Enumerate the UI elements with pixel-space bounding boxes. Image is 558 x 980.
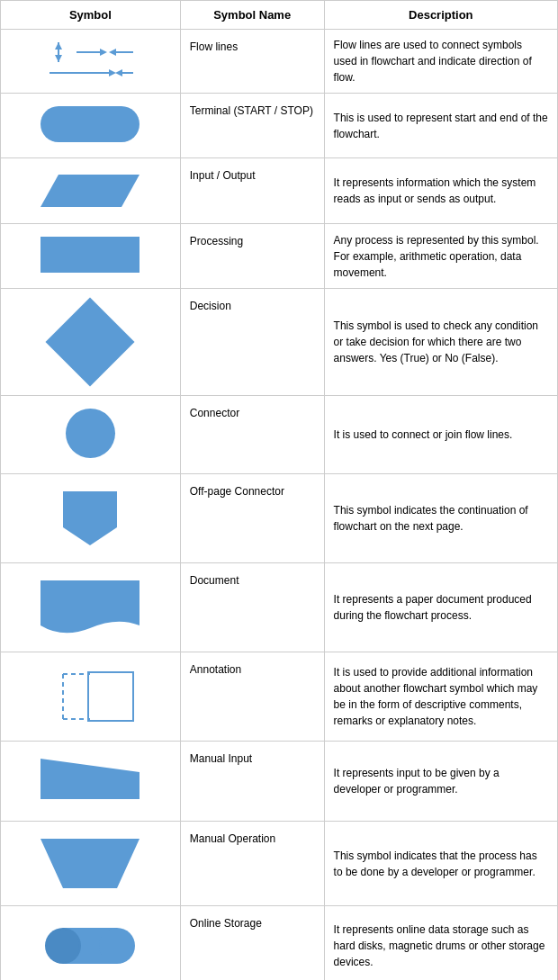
symbol-name-flow-lines: Flow lines	[180, 30, 324, 94]
svg-point-22	[99, 928, 135, 964]
svg-marker-11	[115, 69, 122, 76]
svg-rect-18	[88, 672, 133, 721]
desc-offpage: This symbol indicates the continuation o…	[324, 474, 557, 563]
desc-decision: This symbol is used to check any conditi…	[324, 289, 557, 396]
table-row: Terminal (START / STOP) This is used to …	[1, 94, 558, 158]
symbol-annotation	[1, 652, 181, 742]
col-name-header: Symbol Name	[180, 1, 324, 30]
desc-manual-op: This symbol indicates that the process h…	[324, 822, 557, 906]
desc-terminal: This is used to represent start and end …	[324, 94, 557, 158]
table-row: Decision This symbol is used to check an…	[1, 289, 558, 396]
symbol-terminal	[1, 94, 181, 158]
table-row: Document It represents a paper document …	[1, 563, 558, 652]
symbol-name-online-storage: Online Storage	[180, 906, 324, 981]
table-row: Connector It is used to connect or join …	[1, 396, 558, 474]
desc-io: It represents information which the syst…	[324, 158, 557, 224]
symbol-io	[1, 158, 181, 224]
svg-marker-7	[55, 42, 62, 49]
col-symbol-header: Symbol	[1, 1, 181, 30]
symbol-document	[1, 563, 181, 652]
col-desc-header: Description	[324, 1, 557, 30]
symbol-processing	[1, 224, 181, 289]
desc-flow-lines: Flow lines are used to connect symbols u…	[324, 30, 557, 94]
symbol-name-manual-input: Manual Input	[180, 742, 324, 822]
table-row: Annotation It is used to provide additio…	[1, 652, 558, 742]
symbol-name-connector: Connector	[180, 396, 324, 474]
svg-marker-20	[40, 839, 140, 888]
symbol-name-document: Document	[180, 563, 324, 652]
symbol-connector	[1, 396, 181, 474]
symbol-flow-lines	[1, 30, 181, 94]
table-row: Online Storage It represents online data…	[1, 906, 558, 981]
desc-manual-input: It represents input to be given by a dev…	[324, 742, 557, 822]
svg-marker-9	[109, 69, 116, 76]
desc-annotation: It is used to provide additional informa…	[324, 652, 557, 742]
table-row: Flow lines Flow lines are used to connec…	[1, 30, 558, 94]
symbol-name-offpage: Off-page Connector	[180, 474, 324, 563]
desc-processing: Any process is represented by this symbo…	[324, 224, 557, 289]
symbol-name-processing: Processing	[180, 224, 324, 289]
svg-marker-5	[109, 49, 116, 56]
svg-marker-13	[63, 491, 117, 545]
svg-point-24	[47, 930, 79, 962]
table-row: Off-page Connector This symbol indicates…	[1, 474, 558, 563]
symbol-online-storage	[1, 906, 181, 981]
svg-marker-19	[40, 759, 140, 799]
table-row: Processing Any process is represented by…	[1, 224, 558, 289]
symbol-decision	[1, 289, 181, 396]
symbol-manual-op	[1, 822, 181, 906]
symbol-name-decision: Decision	[180, 289, 324, 396]
table-row: Manual Operation This symbol indicates t…	[1, 822, 558, 906]
symbol-name-terminal: Terminal (START / STOP)	[180, 94, 324, 158]
svg-marker-3	[100, 49, 107, 56]
desc-connector: It is used to connect or join flow lines…	[324, 396, 557, 474]
svg-marker-12	[40, 175, 140, 207]
symbol-name-annotation: Annotation	[180, 652, 324, 742]
symbol-name-io: Input / Output	[180, 158, 324, 224]
desc-document: It represents a paper document produced …	[324, 563, 557, 652]
desc-online-storage: It represents online data storage such a…	[324, 906, 557, 981]
symbol-name-manual-op: Manual Operation	[180, 822, 324, 906]
symbol-manual-input	[1, 742, 181, 822]
table-row: Input / Output It represents information…	[1, 158, 558, 224]
table-row: Manual Input It represents input to be g…	[1, 742, 558, 822]
symbol-offpage	[1, 474, 181, 563]
